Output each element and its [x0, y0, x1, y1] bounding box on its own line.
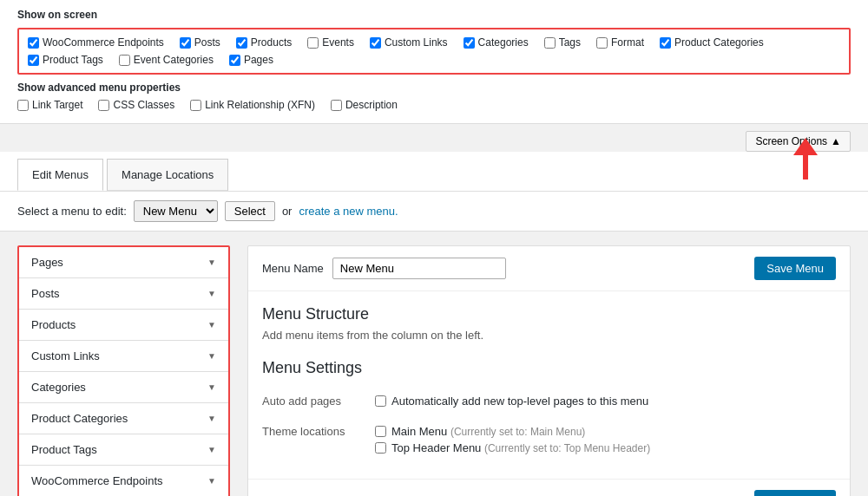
show-on-screen-item-cb-pages: Pages — [229, 54, 273, 66]
accordion-label-7: WooCommerce Endpoints — [31, 474, 163, 487]
theme-location-label-0: Main Menu (Currently set to: Main Menu) — [391, 425, 585, 438]
screen-options-wrap: Screen Options ▲ — [0, 124, 868, 152]
accordion-header-2[interactable]: Products▼ — [19, 310, 228, 340]
theme-location-row-1: Top Header Menu (Currently set to: Top M… — [375, 441, 836, 454]
label-cb-product-tags: Product Tags — [43, 54, 103, 66]
accordion-header-6[interactable]: Product Tags▼ — [19, 434, 228, 465]
checkbox-cb-events[interactable] — [307, 37, 319, 49]
accordion-item-0: Pages▼ — [19, 247, 228, 278]
auto-add-label: Auto add pages — [262, 388, 375, 418]
chevron-down-icon: ▼ — [207, 476, 216, 486]
checkbox-cb-tags[interactable] — [544, 37, 556, 49]
label-cb-events: Events — [322, 36, 354, 49]
accordion-header-4[interactable]: Categories▼ — [19, 372, 228, 402]
auto-add-desc: Automatically add new top-level pages to… — [391, 395, 648, 408]
advanced-item-adv-description: Description — [331, 99, 398, 111]
chevron-down-icon: ▼ — [207, 258, 216, 267]
checkbox-cb-custom-links[interactable] — [370, 37, 381, 49]
accordion-header-5[interactable]: Product Categories▼ — [19, 403, 228, 434]
right-panel: Menu Name Save Menu Menu Structure Add m… — [247, 245, 851, 496]
label-adv-description: Description — [345, 99, 398, 111]
accordion-label-0: Pages — [31, 256, 63, 269]
checkbox-cb-wc-endpoints[interactable] — [28, 37, 39, 49]
theme-location-note-1: (Currently set to: Top Menu Header) — [484, 442, 650, 454]
advanced-props-title: Show advanced menu properties — [17, 82, 851, 94]
label-cb-categories: Categories — [478, 36, 529, 49]
chevron-down-icon: ▼ — [207, 351, 216, 361]
accordion-item-4: Categories▼ — [19, 372, 228, 403]
theme-location-checkbox-1[interactable] — [375, 442, 386, 454]
show-on-screen-item-cb-product-tags: Product Tags — [28, 54, 103, 66]
accordion-label-1: Posts — [31, 287, 60, 300]
checkbox-cb-products[interactable] — [236, 37, 247, 49]
accordion-label-2: Products — [31, 318, 76, 331]
menu-structure-title: Menu Structure — [262, 305, 836, 323]
accordion-label-3: Custom Links — [31, 349, 100, 362]
menu-select[interactable]: New Menu — [134, 200, 218, 222]
label-cb-tags: Tags — [559, 36, 581, 49]
checkbox-adv-link-rel[interactable] — [190, 100, 201, 111]
label-cb-wc-endpoints: WooCommerce Endpoints — [43, 36, 164, 49]
accordion-header-3[interactable]: Custom Links▼ — [19, 341, 228, 371]
show-on-screen-item-cb-format: Format — [596, 36, 644, 49]
label-adv-link-rel: Link Relationship (XFN) — [205, 99, 315, 111]
menu-name-field: Menu Name — [262, 258, 506, 279]
checkbox-cb-pages[interactable] — [229, 55, 240, 66]
arrow-up-icon — [793, 138, 818, 155]
arrow-indicator — [793, 138, 818, 179]
page-header: Edit Menus Manage Locations — [0, 152, 868, 192]
checkbox-cb-product-categories[interactable] — [660, 37, 671, 49]
select-button[interactable]: Select — [225, 201, 275, 221]
show-on-screen-item-cb-products: Products — [236, 36, 292, 49]
accordion-label-6: Product Tags — [31, 443, 97, 456]
accordion-item-6: Product Tags▼ — [19, 434, 228, 466]
label-cb-products: Products — [251, 36, 292, 49]
show-on-screen-item-cb-categories: Categories — [464, 36, 529, 49]
checkbox-adv-link-target[interactable] — [17, 100, 29, 111]
theme-locations-label: Theme locations — [262, 418, 375, 465]
accordion-header-0[interactable]: Pages▼ — [19, 247, 228, 277]
save-menu-button-top[interactable]: Save Menu — [754, 257, 836, 280]
checkbox-cb-event-categories[interactable] — [119, 55, 130, 66]
show-on-screen-item-cb-posts: Posts — [180, 36, 220, 49]
show-on-screen-item-cb-wc-endpoints: WooCommerce Endpoints — [28, 36, 164, 49]
save-menu-button-bottom[interactable]: Save Menu — [754, 490, 836, 496]
theme-location-row-0: Main Menu (Currently set to: Main Menu) — [375, 425, 836, 438]
chevron-down-icon: ▼ — [207, 382, 216, 392]
chevron-down-icon: ▼ — [207, 289, 216, 298]
checkbox-cb-product-tags[interactable] — [28, 55, 39, 66]
checkbox-cb-posts[interactable] — [180, 37, 191, 49]
create-new-menu-link[interactable]: create a new menu. — [299, 205, 398, 218]
label-cb-product-categories: Product Categories — [674, 36, 764, 49]
accordion-header-7[interactable]: WooCommerce Endpoints▼ — [19, 466, 228, 496]
checkbox-cb-format[interactable] — [596, 37, 608, 49]
tabs: Edit Menus Manage Locations — [17, 152, 232, 191]
right-panel-header: Menu Name Save Menu — [248, 246, 850, 291]
checkbox-adv-css-classes[interactable] — [98, 100, 109, 111]
label-cb-custom-links: Custom Links — [385, 36, 448, 49]
label-adv-css-classes: CSS Classes — [113, 99, 174, 111]
advanced-item-adv-link-rel: Link Relationship (XFN) — [190, 99, 315, 111]
menu-name-input[interactable] — [332, 258, 506, 279]
menu-structure-desc: Add menu items from the column on the le… — [262, 329, 836, 342]
menu-settings-title: Menu Settings — [262, 359, 836, 377]
show-on-screen-item-cb-tags: Tags — [544, 36, 581, 49]
theme-location-checkbox-0[interactable] — [375, 426, 386, 437]
label-cb-format: Format — [611, 36, 644, 49]
tab-manage-locations[interactable]: Manage Locations — [107, 159, 228, 191]
label-adv-link-target: Link Target — [32, 99, 82, 111]
show-on-screen-item-cb-events: Events — [307, 36, 354, 49]
right-panel-body: Menu Structure Add menu items from the c… — [248, 291, 850, 479]
screen-options-arrow-icon: ▲ — [831, 135, 841, 147]
tab-edit-menus[interactable]: Edit Menus — [17, 159, 103, 191]
select-menu-bar: Select a menu to edit: New Menu Select o… — [0, 192, 868, 232]
show-on-screen-title: Show on screen — [17, 9, 851, 21]
checkbox-cb-categories[interactable] — [464, 37, 475, 49]
show-on-screen-item-cb-custom-links: Custom Links — [370, 36, 448, 49]
accordion-item-3: Custom Links▼ — [19, 341, 228, 372]
accordion-header-1[interactable]: Posts▼ — [19, 278, 228, 309]
accordion-item-5: Product Categories▼ — [19, 403, 228, 434]
auto-add-checkbox[interactable] — [375, 395, 386, 407]
checkbox-adv-description[interactable] — [331, 100, 342, 111]
label-cb-event-categories: Event Categories — [134, 54, 214, 66]
